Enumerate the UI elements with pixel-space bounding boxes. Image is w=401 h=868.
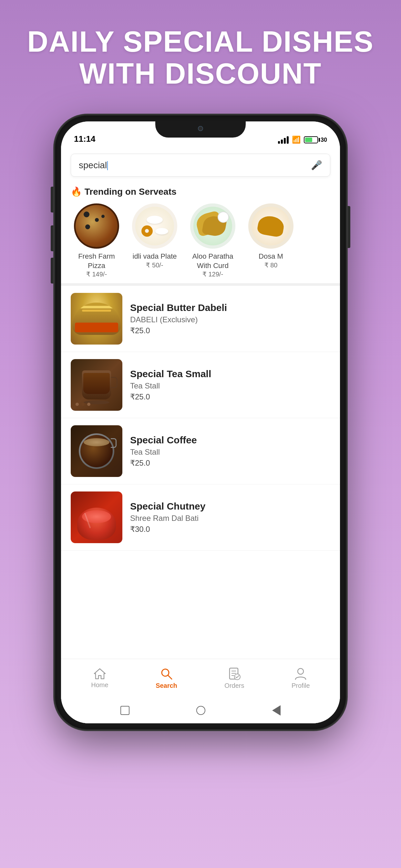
battery-percent: 30 bbox=[320, 136, 327, 144]
result-item-dabeli[interactable]: Special Butter Dabeli DABELI (Exclusive)… bbox=[61, 286, 340, 352]
home-icon bbox=[93, 668, 106, 679]
result-price-dabeli: ₹25.0 bbox=[130, 326, 330, 335]
trending-name-pizza: Fresh Farm Pizza bbox=[71, 252, 122, 270]
result-item-coffee[interactable]: Special Coffee Tea Stall ₹25.0 bbox=[61, 418, 340, 485]
status-time: 11:14 bbox=[74, 134, 96, 144]
search-input[interactable]: special bbox=[79, 160, 311, 170]
wifi-icon: 📶 bbox=[292, 135, 301, 144]
result-category-chutney: Shree Ram Dal Bati bbox=[130, 514, 330, 523]
orders-icon bbox=[228, 667, 241, 680]
result-info-coffee: Special Coffee Tea Stall ₹25.0 bbox=[130, 435, 330, 468]
trending-price-idli: ₹ 50/- bbox=[146, 261, 163, 269]
signal-icon bbox=[278, 136, 289, 144]
svg-line-1 bbox=[168, 675, 172, 679]
result-category-tea: Tea Stall bbox=[130, 381, 330, 391]
notch bbox=[155, 121, 246, 137]
result-price-coffee: ₹25.0 bbox=[130, 459, 330, 468]
bottom-btn-square[interactable] bbox=[120, 706, 129, 715]
profile-icon bbox=[295, 667, 306, 680]
nav-item-orders[interactable]: Orders bbox=[224, 667, 244, 689]
trending-image-idli bbox=[132, 204, 177, 249]
result-item-tea[interactable]: Special Tea Small Tea Stall ₹25.0 bbox=[61, 352, 340, 418]
search-bar-container[interactable]: special 🎤 bbox=[61, 147, 340, 183]
nav-label-orders: Orders bbox=[224, 682, 244, 689]
nav-item-search[interactable]: Search bbox=[156, 667, 177, 689]
trending-item-paratha[interactable]: Aloo Paratha With Curd ₹ 129/- bbox=[187, 204, 239, 278]
svg-point-7 bbox=[298, 669, 304, 674]
result-category-dabeli: DABELI (Exclusive) bbox=[130, 315, 330, 324]
result-info-chutney: Special Chutney Shree Ram Dal Bati ₹30.0 bbox=[130, 501, 330, 534]
battery-icon: 30 bbox=[304, 136, 327, 144]
search-bar[interactable]: special 🎤 bbox=[71, 154, 330, 177]
result-image-coffee bbox=[71, 425, 122, 477]
trending-price-pizza: ₹ 149/- bbox=[86, 270, 107, 278]
result-image-chutney bbox=[71, 492, 122, 543]
section-divider bbox=[61, 283, 340, 286]
trending-image-dosa bbox=[248, 204, 294, 249]
bottom-btn-back[interactable] bbox=[272, 705, 281, 716]
phone-frame: 11:14 📶 30 bbox=[55, 116, 346, 729]
nav-label-home: Home bbox=[91, 681, 108, 689]
bottom-nav: Home Search bbox=[61, 659, 340, 698]
microphone-icon[interactable]: 🎤 bbox=[311, 160, 322, 170]
headline-line2: WITH DISCOUNT bbox=[27, 58, 374, 90]
trending-price-dosa: ₹ 80 bbox=[265, 261, 278, 269]
result-info-dabeli: Special Butter Dabeli DABELI (Exclusive)… bbox=[130, 302, 330, 335]
nav-item-home[interactable]: Home bbox=[91, 668, 108, 689]
result-image-dabeli bbox=[71, 293, 122, 345]
headline-line1: DAILY SPECIAL DISHES bbox=[27, 26, 374, 58]
status-icons: 📶 30 bbox=[278, 135, 327, 144]
trending-item-dosa[interactable]: Dosa M ₹ 80 bbox=[245, 204, 297, 278]
status-bar: 11:14 📶 30 bbox=[61, 121, 340, 147]
result-image-tea bbox=[71, 359, 122, 411]
phone-screen: 11:14 📶 30 bbox=[61, 121, 340, 723]
result-name-coffee: Special Coffee bbox=[130, 435, 330, 445]
trending-name-idli: idli vada Plate bbox=[133, 252, 177, 261]
result-category-coffee: Tea Stall bbox=[130, 447, 330, 457]
result-name-dabeli: Special Butter Dabeli bbox=[130, 302, 330, 313]
results-list: Special Butter Dabeli DABELI (Exclusive)… bbox=[61, 286, 340, 659]
result-info-tea: Special Tea Small Tea Stall ₹25.0 bbox=[130, 368, 330, 401]
search-icon bbox=[160, 667, 173, 680]
result-item-chutney[interactable]: Special Chutney Shree Ram Dal Bati ₹30.0 bbox=[61, 485, 340, 551]
screen-content: special 🎤 🔥 Trending on Serveats bbox=[61, 147, 340, 723]
trending-scroll[interactable]: Fresh Farm Pizza ₹ 149/- bbox=[71, 204, 330, 278]
nav-item-profile[interactable]: Profile bbox=[291, 667, 310, 689]
nav-label-search: Search bbox=[156, 682, 177, 689]
trending-title: 🔥 Trending on Serveats bbox=[71, 186, 330, 197]
headline: DAILY SPECIAL DISHES WITH DISCOUNT bbox=[8, 0, 393, 90]
trending-image-pizza bbox=[74, 204, 119, 249]
bottom-btn-circle[interactable] bbox=[196, 706, 205, 715]
result-name-chutney: Special Chutney bbox=[130, 501, 330, 512]
trending-image-paratha bbox=[190, 204, 235, 249]
camera-notch bbox=[198, 126, 203, 131]
phone-bottom-bar bbox=[61, 698, 340, 723]
trending-item-pizza[interactable]: Fresh Farm Pizza ₹ 149/- bbox=[71, 204, 122, 278]
trending-price-paratha: ₹ 129/- bbox=[203, 270, 223, 278]
trending-name-paratha: Aloo Paratha With Curd bbox=[187, 252, 239, 270]
trending-section: 🔥 Trending on Serveats Fresh Far bbox=[61, 183, 340, 283]
result-name-tea: Special Tea Small bbox=[130, 368, 330, 379]
nav-label-profile: Profile bbox=[291, 682, 310, 689]
result-price-chutney: ₹30.0 bbox=[130, 525, 330, 534]
trending-item-idli[interactable]: idli vada Plate ₹ 50/- bbox=[129, 204, 181, 278]
trending-name-dosa: Dosa M bbox=[258, 252, 283, 261]
result-price-tea: ₹25.0 bbox=[130, 392, 330, 401]
